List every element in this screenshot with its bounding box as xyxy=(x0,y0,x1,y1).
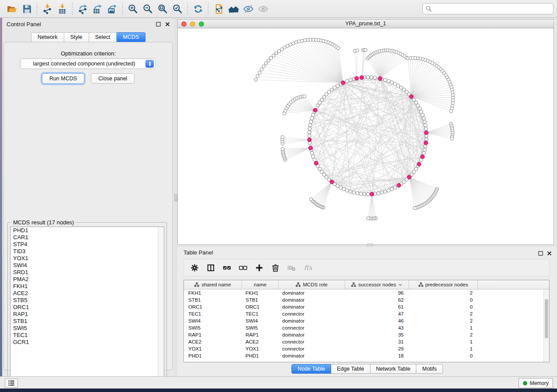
network-node[interactable] xyxy=(423,148,426,151)
mcds-result-list[interactable]: PHD1CAR1STP4TID3YOX1SWI4SRD1PMA2FKH1ACE2… xyxy=(10,227,164,381)
column-header-predecessor_nodes[interactable]: predecessor nodes xyxy=(409,280,478,289)
mcds-node[interactable] xyxy=(355,76,359,80)
mcds-result-item[interactable]: ORC1 xyxy=(10,304,164,311)
mcds-result-item[interactable]: CAR1 xyxy=(10,234,164,241)
mcds-node[interactable] xyxy=(370,192,374,196)
home-button[interactable] xyxy=(226,2,241,15)
mcds-result-item[interactable]: PMA2 xyxy=(10,276,164,283)
table-row[interactable]: FKH1FKH1dominator962 xyxy=(184,289,549,296)
network-node[interactable] xyxy=(377,192,380,195)
network-node[interactable] xyxy=(308,131,311,134)
table-row[interactable]: TEC1TEC1connector472 xyxy=(184,310,549,317)
network-node[interactable] xyxy=(275,52,278,55)
table-scrollbar-thumb[interactable] xyxy=(545,299,548,338)
network-node[interactable] xyxy=(390,187,394,191)
import-table-button[interactable] xyxy=(55,2,69,15)
network-node[interactable] xyxy=(370,76,373,79)
mcds-result-item[interactable]: TEC1 xyxy=(10,332,164,339)
table-row[interactable]: RAP1RAP1dominator352 xyxy=(184,331,549,338)
network-node[interactable] xyxy=(311,155,315,158)
mcds-node[interactable] xyxy=(308,146,312,150)
network-node[interactable] xyxy=(303,95,306,98)
network-node[interactable] xyxy=(309,198,312,201)
mcds-node[interactable] xyxy=(407,175,411,179)
network-node[interactable] xyxy=(393,186,397,189)
network-node[interactable] xyxy=(277,50,280,53)
table-row[interactable]: YOX1YOX1connector291 xyxy=(184,345,549,352)
network-node[interactable] xyxy=(346,189,349,192)
network-node[interactable] xyxy=(260,68,263,71)
close-table-panel-icon[interactable] xyxy=(547,250,552,258)
close-panel-button[interactable]: Close panel xyxy=(91,73,135,84)
run-mcds-button[interactable]: Run MCDS xyxy=(42,73,84,84)
network-node[interactable] xyxy=(366,193,370,196)
delete-row-button[interactable] xyxy=(269,262,281,273)
mcds-node[interactable] xyxy=(308,138,311,142)
network-node[interactable] xyxy=(366,76,370,79)
network-node[interactable] xyxy=(373,76,377,79)
network-node[interactable] xyxy=(337,47,340,50)
network-node[interactable] xyxy=(313,158,316,162)
network-window-titlebar[interactable]: YPA_prune.txt_1 xyxy=(178,20,554,28)
mcds-result-item[interactable]: SWI5 xyxy=(10,325,164,332)
network-node[interactable] xyxy=(311,113,315,117)
mcds-node[interactable] xyxy=(417,162,421,166)
network-node[interactable] xyxy=(256,75,259,78)
network-node[interactable] xyxy=(450,137,453,140)
mcds-node[interactable] xyxy=(314,161,318,165)
network-node[interactable] xyxy=(308,127,311,131)
mcds-result-item[interactable]: FKH1 xyxy=(10,283,164,290)
mcds-node[interactable] xyxy=(424,141,428,145)
network-node[interactable] xyxy=(267,59,270,62)
table-row[interactable]: ACE2ACE2connector311 xyxy=(184,338,549,345)
search-box[interactable] xyxy=(422,3,554,14)
network-node[interactable] xyxy=(281,147,284,150)
network-node[interactable] xyxy=(384,190,387,193)
network-node[interactable] xyxy=(272,54,275,57)
mcds-node[interactable] xyxy=(330,180,334,184)
share-document-button[interactable] xyxy=(211,2,226,15)
column-header-shared_name[interactable]: shared name xyxy=(184,280,242,289)
network-node[interactable] xyxy=(308,124,312,127)
float-panel-icon[interactable] xyxy=(156,21,161,27)
mcds-result-item[interactable]: STB5 xyxy=(10,297,164,304)
network-canvas[interactable] xyxy=(178,28,554,244)
open-session-button[interactable] xyxy=(4,2,19,15)
network-node[interactable] xyxy=(380,191,384,194)
network-node[interactable] xyxy=(421,113,424,117)
zoom-selected-button[interactable] xyxy=(170,2,185,15)
network-node[interactable] xyxy=(264,62,267,65)
mcds-list-scrollbar[interactable] xyxy=(158,227,164,381)
deselect-all-button[interactable] xyxy=(237,262,249,273)
network-node[interactable] xyxy=(363,193,366,196)
column-header-name[interactable]: name xyxy=(242,280,279,289)
column-header-successor_nodes[interactable]: successor nodes xyxy=(345,280,409,289)
network-node[interactable] xyxy=(424,124,427,127)
network-node[interactable] xyxy=(367,217,370,220)
network-node[interactable] xyxy=(262,65,265,68)
mcds-result-item[interactable]: STP4 xyxy=(10,241,164,248)
tab-select[interactable]: Select xyxy=(89,32,117,42)
network-node[interactable] xyxy=(356,192,359,195)
criterion-select[interactable]: largest connected component (undirected) xyxy=(20,58,156,69)
network-node[interactable] xyxy=(308,134,311,138)
export-network-button[interactable] xyxy=(75,2,90,15)
export-image-button[interactable] xyxy=(105,2,120,15)
network-node[interactable] xyxy=(419,110,423,113)
refresh-layout-button[interactable] xyxy=(190,2,205,15)
table-scrollbar[interactable] xyxy=(543,289,549,362)
network-node[interactable] xyxy=(356,49,359,52)
network-node[interactable] xyxy=(390,81,394,84)
tab-motifs[interactable]: Motifs xyxy=(416,364,443,374)
mcds-node[interactable] xyxy=(360,76,363,79)
gear-button[interactable] xyxy=(188,262,201,273)
network-node[interactable] xyxy=(281,135,284,138)
network-node[interactable] xyxy=(423,120,426,124)
network-node[interactable] xyxy=(310,151,314,155)
tab-edge-table[interactable]: Edge Table xyxy=(331,364,370,374)
tab-network-table[interactable]: Network Table xyxy=(370,364,417,374)
network-node[interactable] xyxy=(425,138,428,141)
mcds-result-item[interactable]: RAP1 xyxy=(10,311,164,318)
add-row-button[interactable] xyxy=(253,262,265,273)
network-node[interactable] xyxy=(424,127,428,131)
